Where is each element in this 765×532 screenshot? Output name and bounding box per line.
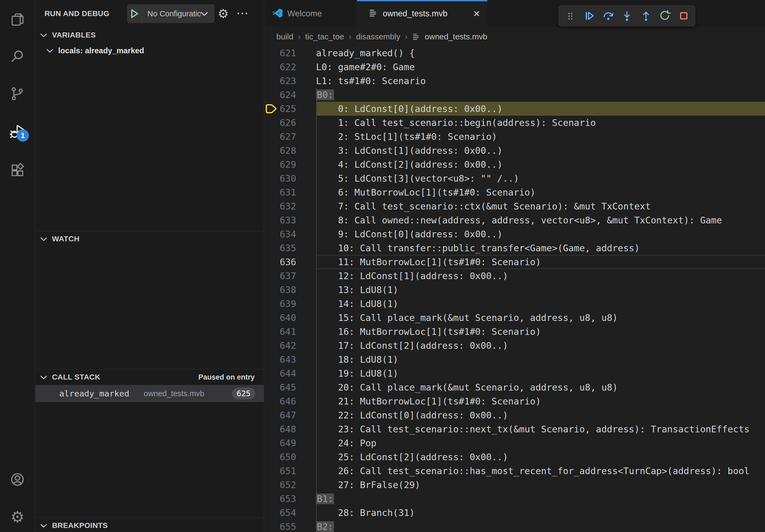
- step-over-button[interactable]: [601, 8, 616, 23]
- stop-button[interactable]: [676, 8, 691, 23]
- breakpoint-gutter[interactable]: [264, 46, 280, 60]
- breakpoint-gutter[interactable]: [264, 255, 280, 269]
- breakpoint-gutter[interactable]: [264, 227, 280, 241]
- breakpoint-gutter[interactable]: [264, 520, 280, 532]
- code-line[interactable]: 649 24: Pop: [264, 436, 765, 450]
- start-debug-icon[interactable]: [127, 4, 142, 23]
- breakpoint-gutter[interactable]: [264, 381, 280, 394]
- code-line[interactable]: 642 17: LdConst[2](address: 0x00..): [264, 339, 765, 353]
- continue-button[interactable]: [582, 8, 597, 23]
- breakpoint-gutter[interactable]: [264, 185, 280, 199]
- extensions-icon[interactable]: [0, 155, 35, 185]
- breakpoint-gutter[interactable]: [264, 297, 280, 311]
- breakpoint-gutter[interactable]: [264, 199, 280, 213]
- breakpoint-gutter[interactable]: [264, 492, 280, 506]
- breakpoint-gutter[interactable]: [264, 130, 280, 143]
- breakpoint-gutter[interactable]: [264, 143, 280, 157]
- code-line[interactable]: 646 21: MutBorrowLoc[1](ts#1#0: Scenario…: [264, 394, 765, 408]
- code-line[interactable]: 644 19: LdU8(1): [264, 367, 765, 381]
- code-line[interactable]: 655 B2:: [264, 520, 765, 532]
- code-line[interactable]: 629 4: LdConst[2](address: 0x00..): [264, 157, 765, 171]
- breakpoint-gutter[interactable]: [264, 311, 280, 325]
- call-stack-header[interactable]: CALL STACK Paused on entry: [35, 370, 264, 385]
- account-icon[interactable]: [0, 465, 35, 494]
- code-line[interactable]: 643 18: LdU8(1): [264, 353, 765, 367]
- code-line[interactable]: 632 7: Call test_scenario::ctx(&mut Scen…: [264, 199, 765, 213]
- code-line[interactable]: 652 27: BrFalse(29): [264, 478, 765, 492]
- breakpoint-gutter[interactable]: [264, 422, 280, 436]
- run-and-debug-icon[interactable]: 1: [0, 117, 35, 146]
- explorer-icon[interactable]: [0, 5, 35, 34]
- breakpoint-gutter[interactable]: [264, 102, 280, 116]
- code-line[interactable]: 637 12: LdConst[1](address: 0x00..): [264, 269, 765, 283]
- source-control-icon[interactable]: [0, 79, 35, 109]
- breadcrumb-item[interactable]: owned_tests.mvb: [425, 32, 487, 41]
- tab-welcome[interactable]: Welcome: [264, 0, 357, 27]
- launch-configuration-dropdown[interactable]: No Configurations: [127, 4, 215, 23]
- restart-button[interactable]: [657, 8, 672, 23]
- code-line[interactable]: 622 L0: game#2#0: Game: [264, 60, 765, 74]
- code-line[interactable]: 640 15: Call place_mark(&mut Scenario, a…: [264, 311, 765, 325]
- code-line[interactable]: 631 6: MutBorrowLoc[1](ts#1#0: Scenario): [264, 185, 765, 199]
- step-out-button[interactable]: [638, 8, 653, 23]
- debug-settings-gear-icon[interactable]: ⚙: [218, 0, 229, 27]
- code-line[interactable]: 636 11: MutBorrowLoc[1](ts#1#0: Scenario…: [264, 255, 765, 269]
- breakpoint-gutter[interactable]: [264, 408, 280, 422]
- breadcrumb-item[interactable]: tic_tac_toe: [305, 32, 344, 41]
- search-icon[interactable]: [0, 42, 35, 71]
- breakpoint-gutter[interactable]: [264, 450, 280, 464]
- breakpoint-gutter[interactable]: [264, 478, 280, 492]
- code-line[interactable]: 625 0: LdConst[0](address: 0x00..): [264, 102, 765, 116]
- code-line[interactable]: 628 3: LdConst[1](address: 0x00..): [264, 143, 765, 157]
- breakpoint-gutter[interactable]: [264, 283, 280, 297]
- code-line[interactable]: 648 23: Call test_scenario::next_tx(&mut…: [264, 422, 765, 436]
- code-line[interactable]: 624 B0:: [264, 88, 765, 102]
- breakpoint-gutter[interactable]: [264, 241, 280, 255]
- watch-header[interactable]: WATCH: [35, 231, 264, 247]
- code-line[interactable]: 653 B1:: [264, 492, 765, 506]
- breakpoints-header[interactable]: BREAKPOINTS: [35, 518, 264, 532]
- locals-scope-row[interactable]: locals: already_marked: [35, 43, 264, 58]
- breakpoint-gutter[interactable]: [264, 325, 280, 339]
- code-line[interactable]: 626 1: Call test_scenario::begin(address…: [264, 116, 765, 130]
- code-line[interactable]: 627 2: StLoc[1](ts#1#0: Scenario): [264, 130, 765, 143]
- code-line[interactable]: 641 16: MutBorrowLoc[1](ts#1#0: Scenario…: [264, 325, 765, 339]
- code-line[interactable]: 634 9: LdConst[0](address: 0x00..): [264, 227, 765, 241]
- more-actions-icon[interactable]: ···: [237, 0, 249, 27]
- breakpoint-gutter[interactable]: [264, 367, 280, 381]
- breakpoint-gutter[interactable]: [264, 506, 280, 520]
- breakpoint-gutter[interactable]: [264, 88, 280, 102]
- breadcrumb-item[interactable]: disassembly: [356, 32, 400, 41]
- code-line[interactable]: 647 22: LdConst[0](address: 0x00..): [264, 408, 765, 422]
- code-line[interactable]: 635 10: Call transfer::public_transfer<G…: [264, 241, 765, 255]
- code-line[interactable]: 638 13: LdU8(1): [264, 283, 765, 297]
- code-line[interactable]: 654 28: Branch(31): [264, 506, 765, 520]
- code-line[interactable]: 639 14: LdU8(1): [264, 297, 765, 311]
- tab-owned-tests[interactable]: owned_tests.mvb ✕: [357, 0, 487, 27]
- settings-gear-icon[interactable]: ⚙: [0, 502, 35, 532]
- step-into-button[interactable]: [619, 8, 634, 23]
- breakpoint-gutter[interactable]: [264, 464, 280, 478]
- code-line[interactable]: 650 25: LdConst[2](address: 0x00..): [264, 450, 765, 464]
- breakpoint-gutter[interactable]: [264, 339, 280, 353]
- code-line[interactable]: 633 8: Call owned::new(address, address,…: [264, 213, 765, 227]
- breakpoint-gutter[interactable]: [264, 171, 280, 185]
- breakpoint-gutter[interactable]: [264, 394, 280, 408]
- variables-header[interactable]: VARIABLES: [35, 27, 264, 43]
- breakpoint-gutter[interactable]: [264, 353, 280, 367]
- code-line[interactable]: 621 already_marked() {: [264, 46, 765, 60]
- code-line[interactable]: 623 L1: ts#1#0: Scenario: [264, 74, 765, 88]
- close-icon[interactable]: ✕: [473, 9, 480, 19]
- breadcrumb-item[interactable]: build: [276, 32, 293, 41]
- code-line[interactable]: 651 26: Call test_scenario::has_most_rec…: [264, 464, 765, 478]
- stack-frame-row[interactable]: already_marked owned_tests.mvb 625: [35, 385, 264, 402]
- breakpoint-gutter[interactable]: [264, 269, 280, 283]
- breakpoint-gutter[interactable]: [264, 157, 280, 171]
- breakpoint-gutter[interactable]: [264, 74, 280, 88]
- drag-handle[interactable]: [563, 8, 578, 23]
- breakpoint-gutter[interactable]: [264, 116, 280, 130]
- breakpoint-gutter[interactable]: [264, 213, 280, 227]
- breakpoint-gutter[interactable]: [264, 60, 280, 74]
- code-line[interactable]: 645 20: Call place_mark(&mut Scenario, a…: [264, 381, 765, 394]
- code-line[interactable]: 630 5: LdConst[3](vector<u8>: "" /..): [264, 171, 765, 185]
